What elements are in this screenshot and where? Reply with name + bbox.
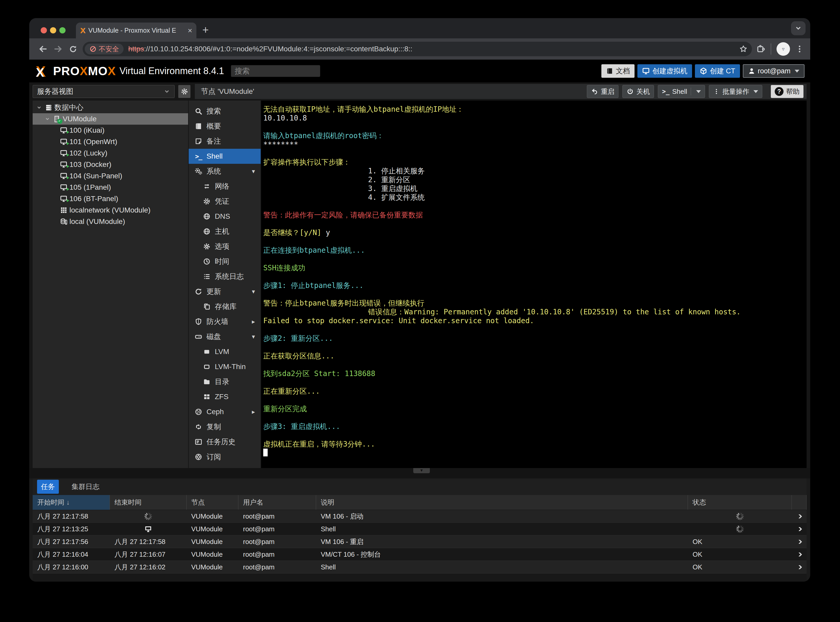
create-vm-button[interactable]: 创建虚拟机 (638, 64, 692, 78)
tree-item-vm-102[interactable]: 102 (Lucky) (33, 148, 188, 159)
global-search-input[interactable] (231, 65, 320, 77)
tree-expander-icon[interactable] (44, 116, 51, 122)
user-menu-button[interactable]: root@pam (743, 64, 805, 78)
proxmox-logo-icon: XX (35, 64, 49, 78)
forward-button[interactable] (50, 41, 65, 56)
security-label: 不安全 (99, 44, 119, 53)
menu-item-ceph[interactable]: Ceph▸ (189, 404, 261, 419)
chevron-down-icon: ▾ (252, 168, 255, 175)
task-detail-chevron[interactable] (792, 553, 807, 556)
menu-item-label: 目录 (215, 377, 229, 387)
tab-search-button[interactable] (791, 21, 805, 35)
tree-item-label: VUModule (63, 115, 97, 123)
shutdown-button[interactable]: 关机 (622, 85, 654, 98)
tree-item-node-vumodule[interactable]: VUModule (33, 113, 188, 125)
shell-terminal[interactable]: 无法自动获取IP地址，请手动输入btpanel虚拟机的IP地址：10.10.10… (261, 101, 807, 468)
task-detail-chevron[interactable] (792, 527, 807, 531)
task-row[interactable]: 八月 27 12:16:00八月 27 12:16:02VUModuleroot… (33, 561, 807, 573)
menu-item-time[interactable]: 时间 (189, 254, 261, 269)
tree-expander-icon[interactable] (35, 105, 43, 110)
book-icon (194, 122, 203, 130)
menu-item-zfs[interactable]: ZFS (189, 389, 261, 404)
tree-item-storage-local[interactable]: local (VUModule) (33, 216, 188, 227)
task-detail-chevron[interactable] (792, 514, 807, 518)
column-header-3[interactable]: 用户名 (238, 495, 316, 510)
menu-item-lvm[interactable]: LVM (189, 344, 261, 359)
menu-item-replication[interactable]: 复制 (189, 419, 261, 434)
menu-item-hosts[interactable]: 主机 (189, 224, 261, 239)
task-tab-cluster-log[interactable]: 集群日志 (68, 480, 103, 494)
column-header-0[interactable]: 开始时间↓ (33, 495, 110, 510)
profile-avatar[interactable]: ▿ (776, 42, 790, 56)
browser-tab[interactable]: X VUModule - Proxmox Virtual E × (76, 23, 196, 38)
menu-item-certificates[interactable]: 凭证 (189, 194, 261, 209)
tree-item-vm-101[interactable]: 101 (OpenWrt) (33, 136, 188, 148)
tree-item-label: 数据中心 (55, 103, 84, 113)
tree-settings-button[interactable] (178, 85, 190, 98)
documentation-button[interactable]: 文档 (601, 64, 635, 78)
menu-item-subscription[interactable]: 订阅 (189, 450, 261, 464)
task-row[interactable]: 八月 27 12:17:56八月 27 12:17:58VUModuleroot… (33, 535, 807, 548)
zoom-window-button[interactable] (59, 27, 65, 34)
bookmark-star-icon[interactable] (739, 44, 748, 53)
menu-item-network[interactable]: 网络 (189, 179, 261, 194)
minimize-window-button[interactable] (50, 27, 56, 34)
menu-item-syslog[interactable]: 系统日志 (189, 269, 261, 284)
tree-item-sdn-localnetwork[interactable]: localnetwork (VUModule) (33, 204, 188, 216)
th-large-icon (202, 393, 212, 401)
menu-item-summary[interactable]: 概要 (189, 119, 261, 134)
menu-item-notes[interactable]: 备注 (189, 134, 261, 149)
menu-item-shell[interactable]: >_Shell (189, 149, 261, 164)
menu-item-firewall[interactable]: 防火墙▸ (189, 314, 261, 329)
new-tab-button[interactable]: + (202, 24, 209, 36)
menu-item-label: Ceph (207, 408, 224, 416)
bulk-actions-button[interactable]: 批量操作 (709, 85, 762, 98)
menu-item-updates[interactable]: 更新▾ (189, 284, 261, 299)
menu-item-options[interactable]: 选项 (189, 239, 261, 254)
tree-item-vm-100[interactable]: 100 (iKuai) (33, 125, 188, 136)
column-header-5[interactable]: 状态 (688, 495, 792, 510)
tree-item-vm-105[interactable]: 105 (1Panel) (33, 182, 188, 193)
reload-button[interactable] (65, 41, 81, 56)
extensions-icon[interactable] (756, 44, 765, 53)
menu-item-lvm-thin[interactable]: LVM-Thin (189, 359, 261, 374)
task-tab-tasks[interactable]: 任务 (37, 480, 59, 494)
tree-item-datacenter[interactable]: 数据中心 (33, 102, 188, 113)
help-button[interactable]: ?帮助 (771, 85, 803, 98)
column-header-4[interactable]: 说明 (316, 495, 688, 510)
browser-menu-icon[interactable] (795, 44, 804, 53)
menu-item-directory[interactable]: 目录 (189, 374, 261, 389)
menu-item-search[interactable]: 搜索 (189, 104, 261, 119)
security-chip[interactable]: 不安全 (85, 44, 123, 55)
menu-item-dns[interactable]: DNS (189, 209, 261, 224)
task-detail-chevron[interactable] (792, 565, 807, 569)
tab-close-icon[interactable]: × (187, 26, 192, 35)
back-button[interactable] (35, 41, 50, 56)
address-bar[interactable]: 不安全 https://10.10.10.254:8006/#v1:0:=nod… (83, 42, 752, 56)
view-selector[interactable]: 服务器视图 (33, 85, 175, 98)
create-ct-button[interactable]: 创建 CT (695, 64, 740, 78)
restart-button[interactable]: 重启 (587, 85, 618, 98)
menu-item-system[interactable]: 系统▾ (189, 164, 261, 179)
terminal-line (263, 123, 807, 131)
task-detail-chevron[interactable] (792, 540, 807, 544)
task-tabs: 任务集群日志 (33, 479, 807, 495)
tree-item-vm-106[interactable]: 106 (BT-Panel) (33, 193, 188, 204)
copy-icon (202, 303, 212, 311)
shell-button[interactable]: >_Shell (658, 85, 705, 98)
collapse-handle[interactable]: ▼ (413, 468, 430, 473)
menu-item-repositories[interactable]: 存储库 (189, 299, 261, 314)
terminal-icon: >_ (194, 152, 203, 160)
task-row[interactable]: 八月 27 12:13:25VUModuleroot@pamShell (33, 523, 807, 535)
panel-splitter[interactable]: ▼ (29, 468, 810, 479)
task-row[interactable]: 八月 27 12:17:58VUModuleroot@pamVM 106 - 启… (33, 510, 807, 523)
menu-item-disks[interactable]: 磁盘▾ (189, 329, 261, 344)
menu-item-task-history[interactable]: 任务历史 (189, 434, 261, 450)
task-row[interactable]: 八月 27 12:16:04八月 27 12:16:07VUModuleroot… (33, 548, 807, 561)
tree-item-vm-103[interactable]: 103 (Docker) (33, 159, 188, 170)
column-header-2[interactable]: 节点 (187, 495, 238, 510)
close-window-button[interactable] (41, 27, 47, 34)
tree-item-vm-104[interactable]: 104 (Sun-Panel) (33, 170, 188, 182)
column-header-1[interactable]: 结束时间 (110, 495, 187, 510)
menu-item-label: 凭证 (215, 197, 229, 206)
